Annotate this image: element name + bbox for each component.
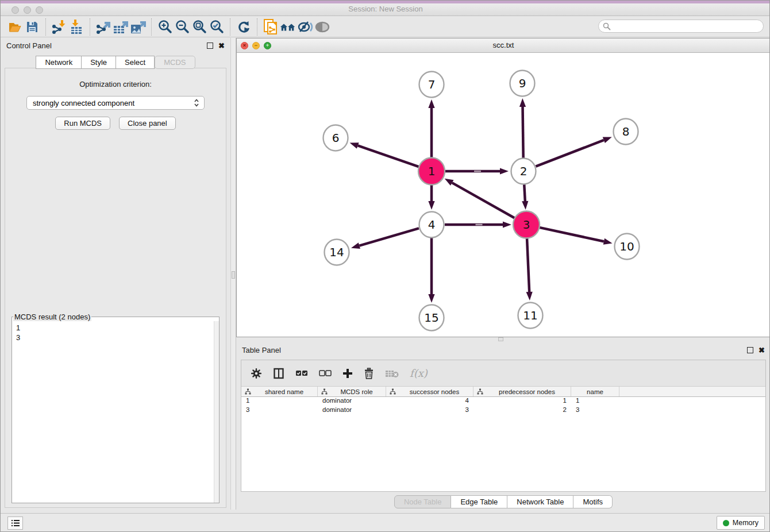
new-network-from-file-icon[interactable] (262, 18, 279, 36)
table-cell[interactable]: 3 (241, 406, 318, 415)
graph-node-15[interactable]: 15 (419, 305, 444, 331)
graph-node-4[interactable]: 4 (419, 212, 444, 238)
run-mcds-button[interactable]: Run MCDS (55, 117, 110, 130)
memory-button[interactable]: Memory (717, 516, 765, 530)
sash-grip[interactable] (498, 337, 503, 341)
graph-edge-2-8[interactable] (536, 140, 603, 167)
graph-edge-4-14[interactable] (359, 228, 419, 245)
result-scrollbar[interactable] (214, 321, 219, 503)
network-canvas[interactable]: 7968124314101511 (237, 53, 770, 337)
column-header[interactable]: predecessor nodes (473, 387, 571, 396)
float-panel-icon[interactable] (207, 43, 213, 49)
graph-edge-2-3[interactable] (524, 184, 525, 201)
table-cell[interactable]: 3 (571, 406, 619, 415)
tab-network[interactable]: Network (36, 56, 82, 69)
graph-node-6[interactable]: 6 (324, 125, 348, 151)
toolbar-separator (230, 18, 230, 36)
graph-edge-2-9[interactable] (523, 107, 523, 158)
unselect-all-columns-icon[interactable] (319, 370, 332, 377)
task-history-button[interactable] (7, 516, 23, 530)
toolbar-separator (151, 18, 152, 36)
edge-arrowhead (351, 242, 360, 249)
column-header[interactable]: successor nodes (386, 387, 473, 396)
result-line: 3 (16, 333, 214, 342)
tab-network-table[interactable]: Network Table (507, 495, 573, 508)
graph-edge-1-6[interactable] (358, 145, 419, 167)
close-table-panel-icon[interactable]: ✖ (759, 346, 765, 354)
zoom-in-icon[interactable] (156, 18, 174, 36)
table-cell[interactable]: 3 (386, 406, 473, 415)
table-settings-gear-icon[interactable] (251, 368, 262, 379)
float-table-panel-icon[interactable] (747, 347, 753, 353)
graph-node-1[interactable]: 1 (418, 158, 445, 185)
close-panel-icon[interactable]: ✖ (218, 42, 225, 49)
graph-node-9[interactable]: 9 (510, 71, 535, 97)
splitter-grip[interactable] (232, 271, 235, 279)
table-cell[interactable]: 1 (571, 397, 619, 406)
table-toolbar: f(x) (241, 360, 765, 386)
graph-node-11[interactable]: 11 (518, 303, 543, 329)
graph-node-2[interactable]: 2 (511, 159, 536, 184)
table-row[interactable]: 3dominator323 (241, 406, 765, 415)
column-header[interactable]: MCDS role (318, 387, 386, 396)
home-networks-icon[interactable] (279, 18, 297, 36)
table-cell[interactable]: 1 (241, 397, 318, 406)
panel-splitter[interactable] (230, 38, 236, 510)
show-hide-details-icon[interactable] (314, 18, 331, 36)
memory-status-icon (723, 520, 729, 526)
result-line: 1 (16, 323, 214, 333)
graph-node-10[interactable]: 10 (615, 234, 640, 260)
mcds-panel: Optimization criterion: strongly connect… (5, 68, 226, 508)
table-cell[interactable]: dominator (318, 397, 386, 406)
search-input[interactable] (613, 22, 763, 30)
node-label: 4 (428, 218, 436, 232)
table-cell[interactable]: 1 (473, 397, 571, 406)
export-image-icon[interactable] (129, 18, 147, 36)
tab-mcds[interactable]: MCDS (155, 56, 195, 69)
column-header[interactable]: name (571, 387, 619, 396)
table-cell[interactable]: 2 (473, 406, 571, 415)
column-header[interactable]: shared name (241, 387, 318, 396)
graph-edge-3-10[interactable] (539, 228, 603, 241)
graph-node-8[interactable]: 8 (614, 119, 638, 145)
zoom-fit-icon[interactable] (191, 18, 208, 36)
export-table-icon[interactable] (112, 18, 129, 36)
table-row[interactable]: 1dominator411 (241, 397, 765, 406)
save-session-icon[interactable] (24, 18, 41, 36)
criterion-dropdown[interactable]: strongly connected component (26, 96, 205, 110)
tab-style[interactable]: Style (82, 56, 116, 69)
create-column-icon[interactable] (342, 368, 353, 379)
network-window-titlebar[interactable]: × − + scc.txt (237, 38, 770, 53)
search-field[interactable] (598, 20, 764, 33)
edge-arrowhead (428, 294, 434, 303)
select-all-columns-icon[interactable] (295, 370, 308, 377)
show-style-icon[interactable] (297, 18, 314, 36)
delete-column-icon[interactable] (364, 368, 374, 379)
tab-select[interactable]: Select (116, 56, 155, 69)
mcds-result-text[interactable]: 13 (12, 321, 214, 503)
function-builder-icon: f(x) (410, 367, 428, 379)
zoom-selected-icon[interactable] (208, 18, 225, 36)
show-column-panel-icon[interactable] (273, 368, 284, 379)
import-network-icon[interactable] (51, 18, 68, 36)
open-session-icon[interactable] (6, 18, 24, 36)
network-graph[interactable]: 7968124314101511 (237, 53, 770, 337)
apply-layout-icon[interactable] (235, 18, 252, 36)
graph-edge-3-11[interactable] (527, 238, 529, 292)
graph-node-3[interactable]: 3 (513, 211, 540, 238)
zoom-out-icon[interactable] (174, 18, 191, 36)
graph-node-14[interactable]: 14 (325, 240, 349, 265)
tab-node-table[interactable]: Node Table (394, 495, 452, 508)
export-network-icon[interactable] (95, 18, 112, 36)
close-panel-button[interactable]: Close panel (119, 117, 176, 130)
graph-node-7[interactable]: 7 (419, 72, 444, 98)
window-title: Session: New Session (1, 5, 770, 13)
tab-edge-table[interactable]: Edge Table (451, 495, 507, 508)
table-cell[interactable]: dominator (318, 406, 386, 415)
edge-arrowhead (519, 98, 526, 107)
table-cell[interactable]: 4 (386, 397, 473, 406)
tab-motifs[interactable]: Motifs (573, 495, 613, 508)
import-table-icon[interactable] (68, 18, 85, 36)
graph-edge-3-1[interactable] (452, 183, 515, 218)
node-label: 6 (332, 131, 340, 145)
